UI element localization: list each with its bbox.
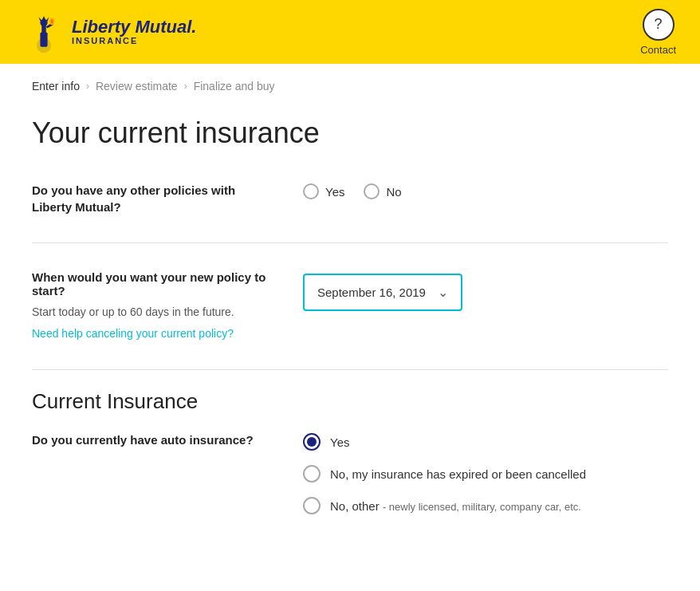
policy-start-row: When would you want your new policy to s… [32,270,668,342]
contact-icon-circle: ? [643,9,674,41]
policy-hint-text: Start today or up to 60 days in the futu… [32,304,271,321]
other-policies-row: Do you have any other policies with Libe… [32,174,668,223]
breadcrumb-step-1[interactable]: Enter info [32,80,80,93]
no-other-sub-label: - newly licensed, military, company car,… [383,501,581,513]
insurance-no-expired-radio [303,465,321,483]
site-header: Liberty Mutual. INSURANCE ? Contact [0,0,700,64]
insurance-radio-group: Yes No, my insurance has expired or been… [303,433,586,514]
yes-radio-circle [303,183,319,199]
divider-2 [32,369,668,370]
svg-rect-2 [41,25,46,35]
insurance-no-other-radio [303,497,321,514]
current-insurance-title: Current Insurance [32,389,668,414]
logo-icon [24,10,64,54]
svg-marker-6 [46,17,49,22]
svg-point-9 [50,19,53,24]
policy-start-question-block: When would you want your new policy to s… [32,270,271,342]
breadcrumb-step-3[interactable]: Finalize and buy [194,80,275,93]
breadcrumb-step-2[interactable]: Review estimate [96,80,178,93]
insurance-yes-option[interactable]: Yes [303,433,586,451]
cancel-policy-link[interactable]: Need help canceling your current policy? [32,327,234,340]
current-insurance-body: Do you currently have auto insurance? Ye… [32,433,668,514]
current-insurance-left: Do you currently have auto insurance? [32,433,271,514]
logo-text: Liberty Mutual. INSURANCE [72,18,196,45]
insurance-no-other-label: No, other - newly licensed, military, co… [330,499,581,513]
breadcrumb-sep-1: › [86,81,89,92]
dropdown-arrow-icon: ⌄ [438,285,448,300]
yes-label: Yes [325,185,344,199]
breadcrumb-sep-2: › [184,81,187,92]
insurance-question: Do you currently have auto insurance? [32,433,271,447]
selected-date-value: September 16, 2019 [317,286,426,299]
policy-start-question-text: When would you want your new policy to s… [32,270,271,297]
divider-1 [32,242,668,243]
contact-button[interactable]: ? Contact [640,9,676,56]
insurance-no-expired-label: No, my insurance has expired or been can… [330,467,586,481]
no-radio-option[interactable]: No [364,183,401,199]
contact-label: Contact [640,44,676,56]
no-other-main-label: No, other [330,499,379,513]
no-label: No [386,185,401,199]
insurance-no-other-option[interactable]: No, other - newly licensed, military, co… [303,497,586,514]
no-radio-circle [364,183,379,199]
yes-radio-option[interactable]: Yes [303,183,344,199]
breadcrumb: Enter info › Review estimate › Finalize … [0,64,700,108]
current-insurance-section: Current Insurance Do you currently have … [32,389,668,514]
logo-tagline: INSURANCE [72,36,196,45]
page-title: Your current insurance [32,116,668,150]
svg-marker-4 [41,16,46,20]
date-dropdown[interactable]: September 16, 2019 ⌄ [303,274,462,311]
insurance-no-expired-option[interactable]: No, my insurance has expired or been can… [303,465,586,483]
main-content: Your current insurance Do you have any o… [0,108,700,546]
policy-start-section: When would you want your new policy to s… [32,262,668,350]
logo-brand-name: Liberty Mutual. [72,18,196,36]
other-policies-question: Do you have any other policies with Libe… [32,182,271,215]
svg-marker-5 [39,17,42,22]
other-policies-radio-group: Yes No [303,182,402,199]
insurance-yes-radio [303,433,321,451]
logo-container: Liberty Mutual. INSURANCE [24,10,196,54]
insurance-yes-label: Yes [330,435,349,449]
